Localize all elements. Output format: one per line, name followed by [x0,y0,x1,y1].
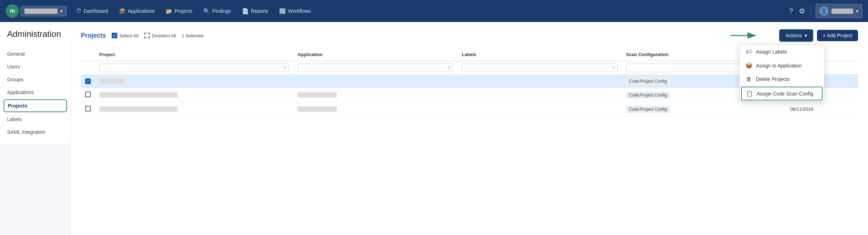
scan-config-icon: 📋 [746,90,753,97]
project-filter-input[interactable] [102,65,281,70]
nav-item-projects[interactable]: 📁 Projects [160,5,197,17]
col-labels: Labels [457,48,622,61]
sidebar-item-applications[interactable]: Applications [0,86,71,99]
sidebar-item-projects[interactable]: Projects [4,99,67,112]
table-row: ████████████████████████ ████████████ Co… [81,102,858,116]
actions-chevron-icon: ▾ [805,33,807,38]
select-all-checkbox[interactable]: ✓ [112,33,117,38]
deselect-all-checkbox[interactable] [144,33,150,38]
nav-item-reports[interactable]: 📄 Reports [237,5,273,17]
dashboard-icon: ⏱ [76,8,82,14]
admin-header: Administration [0,22,71,42]
toolbar-right: Actions ▾ + Add Project 🏷 Assign Labels … [779,29,858,42]
workflows-icon: 🔄 [279,8,286,15]
row-checkbox-3[interactable] [85,106,91,111]
application-filter[interactable]: ▽ [297,64,453,72]
filter-icon-application: ▽ [447,65,451,70]
findings-icon: 🔍 [203,8,210,15]
nav-item-workflows[interactable]: 🔄 Workflows [274,5,316,17]
dropdown-item-assign-labels[interactable]: 🏷 Assign Labels [740,45,824,59]
page-title: Administration [7,29,64,39]
delete-icon: 🗑 [745,76,752,82]
project-filter[interactable]: ▽ [99,64,289,72]
application-icon: 📦 [745,62,752,69]
left-section: Administration General Users Groups Appl… [0,22,71,235]
user-menu[interactable]: 👤 user name ▾ [816,4,862,18]
content-area: Projects ✓ Select All Deselect All 1 Sel… [71,22,868,235]
application-filter-input[interactable] [300,65,445,70]
sidebar-item-saml[interactable]: SAML Integration [0,126,71,138]
nav-item-findings[interactable]: 🔍 Findings [198,5,236,17]
nav-item-dashboard[interactable]: ⏱ Dashboard [71,5,113,17]
applications-icon: 📦 [119,8,126,15]
settings-icon[interactable]: ⚙ [797,5,807,17]
labels-filter[interactable]: ▽ [462,64,617,72]
org-selector[interactable]: ██████████ ▾ [21,6,67,16]
dropdown-item-assign-application[interactable]: 📦 Assign to Application [740,59,824,72]
sidebar-item-general[interactable]: General [0,48,71,60]
selected-count: 1 Selected [182,33,203,38]
arrow-annotation [730,29,759,42]
reports-icon: 📄 [242,8,249,15]
add-project-button[interactable]: + Add Project [817,30,858,41]
top-navigation: m ██████████ ▾ ⏱ Dashboard 📦 Application… [0,0,868,22]
filter-icon-labels: ▽ [612,65,615,70]
dropdown-item-assign-scan-config[interactable]: 📋 Assign Code Scan Config [741,87,823,100]
app-logo: m [6,4,19,18]
main-layout: Administration General Users Groups Appl… [0,22,868,235]
row-checkbox-1[interactable]: ✓ [85,78,91,84]
sidebar: General Users Groups Applications Projec… [0,42,71,144]
scan-badge-1: Code:Project Config [626,78,670,85]
actions-button[interactable]: Actions ▾ [779,29,813,42]
help-icon[interactable]: ? [788,6,794,17]
label-icon: 🏷 [745,49,752,55]
row-checkbox-2[interactable] [85,92,91,97]
main-nav: ⏱ Dashboard 📦 Applications 📁 Projects 🔍 … [71,5,786,17]
dropdown-item-delete-projects[interactable]: 🗑 Delete Projects [740,72,824,86]
sidebar-item-groups[interactable]: Groups [0,73,71,86]
select-all-button[interactable]: ✓ Select All [112,33,138,38]
chevron-down-icon: ▾ [60,9,63,14]
avatar: 👤 [819,6,829,16]
deselect-all-button[interactable]: Deselect All [144,33,176,38]
filter-icon-project: ▽ [283,65,286,70]
scan-badge-2: Code:Project Config [626,92,670,99]
col-project: Project [95,48,293,61]
nav-item-applications[interactable]: 📦 Applications [114,5,160,17]
topnav-right: ? ⚙ 👤 user name ▾ [788,4,862,18]
arrow-svg [730,29,759,42]
projects-toolbar: Projects ✓ Select All Deselect All 1 Sel… [81,29,858,42]
projects-icon: 📁 [165,8,172,15]
labels-filter-input[interactable] [464,65,610,70]
projects-heading: Projects [81,32,106,39]
sidebar-item-users[interactable]: Users [0,60,71,73]
nav-divider [811,6,811,16]
scan-badge-3: Code:Project Config [626,106,670,113]
user-chevron-icon: ▾ [856,9,858,14]
actions-dropdown-menu: 🏷 Assign Labels 📦 Assign to Application … [739,45,824,102]
col-application: Application [293,48,457,61]
col-checkbox [81,48,95,61]
content-inner: Projects ✓ Select All Deselect All 1 Sel… [71,22,868,124]
sidebar-item-labels[interactable]: Labels [0,113,71,126]
